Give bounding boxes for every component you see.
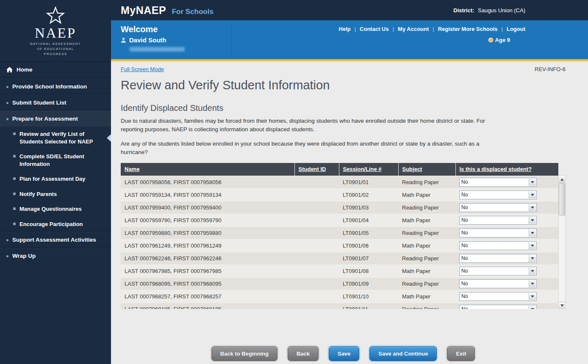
- bullet-dot-icon: [6, 239, 8, 241]
- link-separator: |: [433, 26, 434, 32]
- displaced-select[interactable]: No: [460, 242, 536, 250]
- sidebar-item-label: Plan for Assessment Day: [19, 175, 86, 183]
- age-label: Age 9: [495, 37, 510, 43]
- scrollbar-thumb[interactable]: [559, 183, 565, 215]
- displaced-select[interactable]: No: [460, 229, 536, 237]
- question-paragraph: Are any of the students listed below enr…: [121, 140, 499, 157]
- save-button[interactable]: Save: [329, 346, 359, 361]
- app-brand: MyNAEP For Schools: [121, 4, 214, 17]
- displaced-select[interactable]: No: [460, 305, 536, 309]
- footer-buttons: Back to BeginningBackSaveSave and Contin…: [121, 346, 566, 361]
- scroll-down-button[interactable]: [559, 302, 565, 309]
- utility-link-contact-us[interactable]: Contact Us: [360, 26, 389, 32]
- scroll-up-button[interactable]: [559, 176, 565, 183]
- displaced-dropdown[interactable]: No: [459, 216, 537, 225]
- sidebar-item-label: Support Assessment Activities: [12, 237, 96, 243]
- student-row: LAST 0007958056, FIRST 0007958056LT0901/…: [121, 176, 558, 188]
- utility-link-help[interactable]: Help: [339, 26, 351, 32]
- students-table: NameStudent IDSession/Line #SubjectIs th…: [121, 163, 558, 309]
- back-to-beginning-button[interactable]: Back to Beginning: [211, 346, 277, 361]
- sidebar-item-provide-school-information[interactable]: Provide School Information: [0, 78, 111, 94]
- bullet-square-icon: [13, 207, 16, 210]
- sidebar-item-manage-questionnaires[interactable]: Manage Questionnaires: [0, 201, 111, 217]
- displaced-select[interactable]: No: [460, 254, 536, 262]
- page-title: Review and Verify Student Information: [121, 78, 566, 92]
- displaced-dropdown[interactable]: No: [459, 229, 537, 237]
- table-body: LAST 0007958056, FIRST 0007958056LT0901/…: [121, 176, 558, 309]
- displaced-dropdown[interactable]: No: [459, 178, 537, 187]
- displaced-dropdown[interactable]: No: [459, 279, 537, 288]
- column-header-student-id[interactable]: Student ID: [299, 166, 326, 172]
- table-header-cell: Name: [121, 163, 294, 176]
- column-header-is-this-a-displaced-student[interactable]: Is this a displaced student?: [460, 166, 532, 172]
- student-row: LAST 0007959790, FIRST 0007959790LT0901/…: [121, 214, 558, 226]
- bullet-square-icon: [13, 132, 16, 135]
- back-button[interactable]: Back: [288, 346, 319, 361]
- naep-star-icon: [46, 6, 65, 25]
- subject: Reading Paper: [398, 176, 455, 188]
- displaced-cell: No: [455, 277, 558, 290]
- displaced-dropdown[interactable]: No: [459, 190, 537, 199]
- displaced-select[interactable]: No: [460, 267, 536, 275]
- full-screen-mode-link[interactable]: Full Screen Mode: [121, 66, 164, 72]
- save-and-continue-button[interactable]: Save and Continue: [369, 346, 437, 361]
- bullet-dot-icon: [6, 255, 8, 257]
- sidebar-item-notify-parents[interactable]: Notify Parents: [0, 187, 111, 202]
- section-heading: Identify Displaced Students: [121, 103, 566, 113]
- subject: Math Paper: [398, 239, 455, 252]
- app-tagline: For Schools: [172, 8, 214, 16]
- sidebar-item-prepare-for-assessment[interactable]: Prepare for Assessment: [0, 110, 111, 127]
- student-row: LAST 0007962246, FIRST 0007962246LT0901/…: [121, 252, 558, 265]
- students-table-zone: NameStudent IDSession/Line #SubjectIs th…: [121, 163, 566, 309]
- utility-link-logout[interactable]: Logout: [507, 26, 525, 32]
- displaced-cell: No: [455, 239, 558, 252]
- subject: Reading Paper: [398, 303, 455, 309]
- sidebar-item-label: Submit Student List: [12, 99, 67, 106]
- student-id: [294, 226, 339, 239]
- student-name: LAST 0007968095, FIRST 0007968095: [121, 277, 294, 290]
- displaced-dropdown[interactable]: No: [459, 241, 537, 250]
- displaced-dropdown[interactable]: No: [459, 267, 537, 276]
- naep-logo: NAEP NATIONAL ASSESSMENT OF EDUCATIONAL …: [0, 0, 111, 61]
- column-header-name[interactable]: Name: [125, 166, 139, 172]
- sidebar-item-submit-student-list[interactable]: Submit Student List: [0, 94, 111, 110]
- sidebar-item-home[interactable]: Home: [0, 62, 111, 78]
- sidebar-item-review-and-verify-list-of-students-selected-for-naep[interactable]: Review and Verify List of Students Selec…: [0, 127, 111, 149]
- displaced-dropdown[interactable]: No: [459, 292, 537, 301]
- sidebar-item-label: Wrap Up: [12, 253, 36, 259]
- age-badge: Age 9: [488, 37, 510, 43]
- sidebar-item-wrap-up[interactable]: Wrap Up: [0, 248, 111, 264]
- utility-link-my-account[interactable]: My Account: [398, 26, 429, 32]
- column-header-subject[interactable]: Subject: [402, 166, 422, 172]
- sidebar-item-label: Review and Verify List of Students Selec…: [19, 130, 104, 145]
- student-id: [294, 265, 339, 277]
- sidebar-item-complete-sd-el-student-information[interactable]: Complete SD/EL Student Information: [0, 149, 111, 171]
- column-header-session-line[interactable]: Session/Line #: [343, 166, 382, 172]
- exit-button[interactable]: Exit: [447, 346, 475, 361]
- table-header-cell: Subject: [398, 163, 455, 176]
- link-separator: |: [355, 26, 356, 32]
- student-id: [294, 201, 339, 214]
- welcome-text: Welcome: [121, 25, 231, 34]
- student-id: [294, 176, 339, 188]
- displaced-dropdown[interactable]: No: [459, 203, 537, 212]
- table-scrollbar[interactable]: [558, 176, 566, 309]
- sidebar-item-encourage-participation[interactable]: Encourage Participation: [0, 217, 111, 232]
- redacted-text: [130, 47, 185, 52]
- displaced-select[interactable]: No: [460, 280, 536, 288]
- sidebar-item-label: Prepare for Assessment: [12, 116, 78, 122]
- displaced-select[interactable]: No: [460, 178, 536, 186]
- displaced-cell: No: [455, 290, 558, 303]
- student-row: LAST 0007959134, FIRST 0007959134LT0901/…: [121, 188, 558, 201]
- displaced-select[interactable]: No: [460, 292, 536, 301]
- utility-link-register-more-schools[interactable]: Register More Schools: [438, 26, 498, 32]
- sidebar-item-support-assessment-activities[interactable]: Support Assessment Activities: [0, 232, 111, 248]
- displaced-dropdown[interactable]: No: [459, 254, 537, 263]
- displaced-dropdown[interactable]: No: [459, 305, 537, 309]
- displaced-select[interactable]: No: [460, 216, 536, 224]
- age-dot-icon: [488, 38, 493, 42]
- student-id: [294, 290, 339, 303]
- displaced-select[interactable]: No: [460, 191, 536, 199]
- sidebar-item-plan-for-assessment-day[interactable]: Plan for Assessment Day: [0, 171, 111, 187]
- displaced-select[interactable]: No: [460, 204, 536, 212]
